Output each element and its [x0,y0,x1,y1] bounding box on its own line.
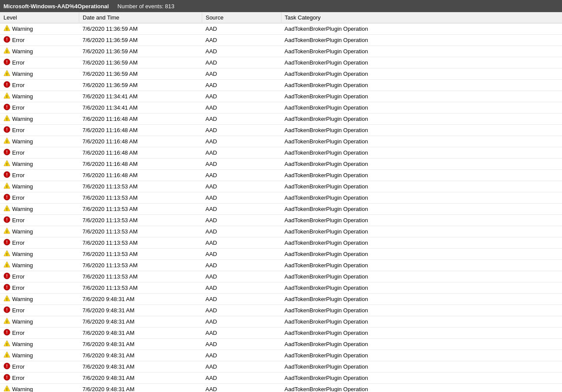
taskcategory-cell: AadTokenBrokerPlugin Operation [281,384,562,392]
source-cell: AAD [202,46,281,57]
table-row[interactable]: ! Error7/6/2020 11:36:59 AMAADAadTokenBr… [0,80,562,91]
source-cell: AAD [202,294,281,305]
datetime-cell: 7/6/2020 11:34:41 AM [79,91,202,102]
svg-text:!: ! [6,105,7,110]
datetime-cell: 7/6/2020 11:13:53 AM [79,215,202,226]
table-row[interactable]: ! Error7/6/2020 11:13:53 AMAADAadTokenBr… [0,237,562,249]
taskcategory-cell: AadTokenBrokerPlugin Operation [281,271,562,282]
warning-icon: ! [3,261,10,269]
table-row[interactable]: ! Warning7/6/2020 11:13:53 AMAADAadToken… [0,226,562,237]
level-cell: ! Error [0,35,79,46]
datetime-cell: 7/6/2020 11:13:53 AM [79,226,202,237]
table-row[interactable]: ! Error7/6/2020 9:48:31 AMAADAadTokenBro… [0,373,562,384]
taskcategory-cell: AadTokenBrokerPlugin Operation [281,23,562,35]
taskcategory-cell: AadTokenBrokerPlugin Operation [281,294,562,305]
table-row[interactable]: ! Warning7/6/2020 9:48:31 AMAADAadTokenB… [0,294,562,305]
table-row[interactable]: ! Warning7/6/2020 11:36:59 AMAADAadToken… [0,46,562,57]
warning-icon: ! [3,340,10,348]
level-label: Error [12,172,25,178]
table-row[interactable]: ! Error7/6/2020 11:36:59 AMAADAadTokenBr… [0,35,562,46]
table-row[interactable]: ! Error7/6/2020 11:13:53 AMAADAadTokenBr… [0,192,562,204]
level-label: Warning [12,318,33,325]
table-row[interactable]: ! Warning7/6/2020 9:48:31 AMAADAadTokenB… [0,316,562,327]
datetime-cell: 7/6/2020 11:13:53 AM [79,181,202,192]
table-row[interactable]: ! Error7/6/2020 11:13:53 AMAADAadTokenBr… [0,271,562,282]
table-row[interactable]: ! Warning7/6/2020 11:13:53 AMAADAadToken… [0,181,562,192]
taskcategory-cell: AadTokenBrokerPlugin Operation [281,327,562,339]
level-cell: ! Warning [0,159,79,170]
title-bar-count: Number of events: 813 [117,3,174,10]
taskcategory-cell: AadTokenBrokerPlugin Operation [281,249,562,260]
table-row[interactable]: ! Warning7/6/2020 9:48:31 AMAADAadTokenB… [0,350,562,361]
event-log-table-container[interactable]: Level Date and Time Source Task Category… [0,12,562,392]
svg-text:!: ! [6,297,8,301]
table-row[interactable]: ! Error7/6/2020 11:16:48 AMAADAadTokenBr… [0,170,562,181]
datetime-cell: 7/6/2020 11:13:53 AM [79,260,202,271]
col-header-source[interactable]: Source [202,12,281,23]
table-row[interactable]: ! Warning7/6/2020 11:16:48 AMAADAadToken… [0,136,562,147]
col-header-datetime[interactable]: Date and Time [79,12,202,23]
level-label: Error [12,149,25,156]
error-icon: ! [3,36,10,44]
error-icon: ! [3,126,10,134]
table-row[interactable]: ! Error7/6/2020 11:13:53 AMAADAadTokenBr… [0,282,562,294]
table-row[interactable]: ! Error7/6/2020 11:34:41 AMAADAadTokenBr… [0,102,562,113]
level-cell: ! Error [0,192,79,204]
table-row[interactable]: ! Error7/6/2020 11:16:48 AMAADAadTokenBr… [0,147,562,159]
table-row[interactable]: ! Warning7/6/2020 11:36:59 AMAADAadToken… [0,68,562,80]
datetime-cell: 7/6/2020 11:36:59 AM [79,68,202,80]
col-header-taskcategory[interactable]: Task Category [281,12,562,23]
level-cell: ! Error [0,373,79,384]
table-row[interactable]: ! Warning7/6/2020 11:36:59 AMAADAadToken… [0,23,562,35]
warning-icon: ! [3,385,10,392]
table-row[interactable]: ! Warning7/6/2020 11:16:48 AMAADAadToken… [0,159,562,170]
level-label: Warning [12,228,33,235]
table-row[interactable]: ! Error7/6/2020 11:13:53 AMAADAadTokenBr… [0,215,562,226]
datetime-cell: 7/6/2020 11:16:48 AM [79,159,202,170]
table-row[interactable]: ! Error7/6/2020 9:48:31 AMAADAadTokenBro… [0,361,562,373]
level-cell: ! Warning [0,23,79,35]
datetime-cell: 7/6/2020 9:48:31 AM [79,384,202,392]
table-row[interactable]: ! Warning7/6/2020 11:13:53 AMAADAadToken… [0,260,562,271]
table-row[interactable]: ! Error7/6/2020 11:16:48 AMAADAadTokenBr… [0,125,562,136]
table-row[interactable]: ! Warning7/6/2020 9:48:31 AMAADAadTokenB… [0,339,562,350]
table-row[interactable]: ! Warning7/6/2020 11:16:48 AMAADAadToken… [0,113,562,125]
table-row[interactable]: ! Error7/6/2020 9:48:31 AMAADAadTokenBro… [0,327,562,339]
table-row[interactable]: ! Warning7/6/2020 11:13:53 AMAADAadToken… [0,204,562,215]
error-icon: ! [3,58,10,67]
error-icon: ! [3,272,10,281]
level-label: Error [12,217,25,224]
svg-text:!: ! [6,94,8,99]
source-cell: AAD [202,237,281,249]
datetime-cell: 7/6/2020 11:16:48 AM [79,170,202,181]
table-row[interactable]: ! Error7/6/2020 9:48:31 AMAADAadTokenBro… [0,305,562,316]
error-icon: ! [3,306,10,314]
level-label: Warning [12,251,33,257]
source-cell: AAD [202,35,281,46]
table-row[interactable]: ! Warning7/6/2020 11:34:41 AMAADAadToken… [0,91,562,102]
datetime-cell: 7/6/2020 9:48:31 AM [79,373,202,384]
warning-icon: ! [3,205,10,213]
level-label: Error [12,59,25,66]
level-label: Warning [12,48,33,55]
error-icon: ! [3,149,10,157]
warning-icon: ! [3,317,10,326]
level-cell: ! Error [0,125,79,136]
datetime-cell: 7/6/2020 11:36:59 AM [79,57,202,68]
svg-text:!: ! [6,285,7,290]
event-log-table: Level Date and Time Source Task Category… [0,12,562,392]
warning-icon: ! [3,25,10,33]
table-row[interactable]: ! Warning7/6/2020 11:13:53 AMAADAadToken… [0,249,562,260]
level-cell: ! Warning [0,350,79,361]
level-cell: ! Warning [0,136,79,147]
table-row[interactable]: ! Warning7/6/2020 9:48:31 AMAADAadTokenB… [0,384,562,392]
error-icon: ! [3,239,10,247]
warning-icon: ! [3,160,10,168]
col-header-level[interactable]: Level [0,12,79,23]
taskcategory-cell: AadTokenBrokerPlugin Operation [281,91,562,102]
table-row[interactable]: ! Error7/6/2020 11:36:59 AMAADAadTokenBr… [0,57,562,68]
source-cell: AAD [202,249,281,260]
level-label: Warning [12,161,33,167]
taskcategory-cell: AadTokenBrokerPlugin Operation [281,35,562,46]
source-cell: AAD [202,91,281,102]
